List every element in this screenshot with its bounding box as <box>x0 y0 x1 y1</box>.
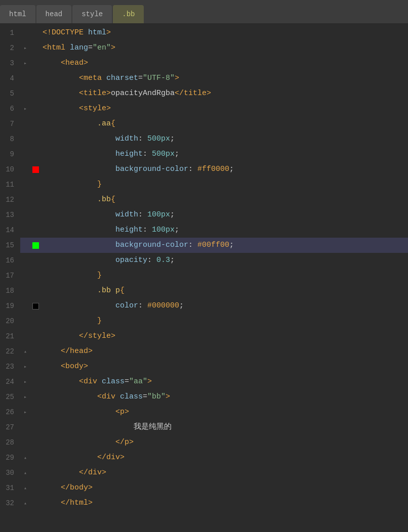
token-doctype-close: > <box>106 28 111 37</box>
fold-3[interactable]: ▸ <box>20 60 30 66</box>
fold-22[interactable]: ▴ <box>20 348 30 354</box>
token-lang-val: "en" <box>93 43 111 52</box>
line-num-12: 12 <box>4 192 14 207</box>
tab-html[interactable]: html <box>0 5 35 23</box>
fold-32[interactable]: ▴ <box>20 500 30 506</box>
code-line-10: background-color: #ff0000; <box>40 162 408 177</box>
token-div-bb-open: <div <box>97 392 120 401</box>
line-num-19: 19 <box>4 298 14 314</box>
token-p-text: 我是纯黑的 <box>134 423 172 431</box>
fold-6[interactable]: ▸ <box>20 106 30 112</box>
color-swatch-green <box>32 242 39 249</box>
token-meta: <meta <box>79 74 106 82</box>
token-height-prop: height <box>115 150 143 158</box>
token-bg-prop: background-color <box>115 165 188 173</box>
fold-2[interactable]: ▸ <box>20 45 30 51</box>
code-line-8: width: 500px; <box>40 131 408 147</box>
line-num-17: 17 <box>4 268 14 283</box>
fold-29[interactable]: ▴ <box>20 455 30 461</box>
fold-swatch-col: ▸ ▸ ▸ <box>20 25 40 511</box>
token-width-prop: width <box>115 135 138 143</box>
line-num-4: 4 <box>4 71 14 86</box>
line-num-15: 15 <box>4 238 14 253</box>
line-num-8: 8 <box>4 131 14 147</box>
line-num-3: 3 <box>4 56 14 71</box>
token-bb-bg-val: #00ff00 <box>197 241 229 249</box>
token-style-open: <style> <box>79 104 111 113</box>
code-line-6: <style> <box>40 101 408 116</box>
line-num-7: 7 <box>4 116 14 131</box>
code-line-24: <div class="aa"> <box>40 374 408 389</box>
token-bb-sel: .bb <box>97 195 111 204</box>
line-num-16: 16 <box>4 253 14 268</box>
line-num-23: 23 <box>4 359 14 374</box>
token-bb-height-prop: height <box>115 226 143 234</box>
code-line-14: height: 100px; <box>40 223 408 238</box>
token-html-kw: html <box>88 28 106 37</box>
token-p-open: <p> <box>115 408 129 416</box>
token-div-bb-class-val: "bb" <box>147 392 166 401</box>
token-body-open: <body> <box>61 362 88 371</box>
token-color-val: #000000 <box>147 301 179 310</box>
token-bb-brace-close: } <box>97 271 102 280</box>
fold-26[interactable]: ▸ <box>20 409 30 415</box>
token-opacity-prop: opacity <box>115 256 147 264</box>
token-div-bb-class-attr: class <box>120 392 143 401</box>
color-swatch-red <box>32 166 39 173</box>
line-num-31: 31 <box>4 480 14 496</box>
token-lang-attr: lang <box>70 43 88 52</box>
code-line-23: <body> <box>40 359 408 374</box>
line-num-22: 22 <box>4 344 14 359</box>
code-line-18: .bb p{ <box>40 283 408 298</box>
tab-bb[interactable]: .bb <box>113 5 144 23</box>
token-charset-attr: charset <box>106 74 138 82</box>
code-line-21: </style> <box>40 329 408 344</box>
code-line-16: opacity: 0.3; <box>40 253 408 268</box>
token-title-text: opacityAndRgba <box>111 89 175 98</box>
line-num-28: 28 <box>4 435 14 450</box>
token-bb-p-brace-close: } <box>97 317 102 325</box>
code-line-25: <div class="bb"> <box>40 389 408 405</box>
swatch-cell-19[interactable] <box>30 303 40 309</box>
swatch-cell-10[interactable] <box>30 166 40 173</box>
fold-30[interactable]: ▴ <box>20 470 30 476</box>
code-line-7: .aa{ <box>40 116 408 131</box>
line-num-14: 14 <box>4 223 14 238</box>
swatch-cell-15[interactable] <box>30 242 40 249</box>
code-line-17: } <box>40 268 408 283</box>
fold-25[interactable]: ▸ <box>20 394 30 400</box>
line-num-5: 5 <box>4 86 14 101</box>
fold-23[interactable]: ▸ <box>20 364 30 370</box>
token-html-close-tag: </html> <box>61 499 93 507</box>
tab-style[interactable]: style <box>72 5 112 23</box>
token-bb-brace-open: { <box>111 195 115 204</box>
line-num-25: 25 <box>4 389 14 405</box>
code-line-26: <p> <box>40 405 408 420</box>
token-width-val: 500px <box>147 135 170 143</box>
token-color-prop: color <box>115 301 138 310</box>
line-num-21: 21 <box>4 329 14 344</box>
code-line-29: </div> <box>40 450 408 465</box>
line-num-1: 1 <box>4 25 14 40</box>
code-line-3: <head> <box>40 56 408 71</box>
fold-24[interactable]: ▸ <box>20 379 30 385</box>
code-line-30: </div> <box>40 465 408 480</box>
line-num-27: 27 <box>4 420 14 435</box>
line-num-26: 26 <box>4 405 14 420</box>
token-opacity-val: 0.3 <box>156 256 170 264</box>
line-num-30: 30 <box>4 465 14 480</box>
code-line-20: } <box>40 314 408 329</box>
line-num-29: 29 <box>4 450 14 465</box>
fold-31[interactable]: ▴ <box>20 485 30 491</box>
token-style-close: </style> <box>79 332 115 340</box>
line-num-9: 9 <box>4 147 14 162</box>
tab-head[interactable]: head <box>36 5 72 23</box>
token-bb-p-sel: .bb p <box>97 286 120 295</box>
token-div-aa-class-attr: class <box>102 377 125 386</box>
code-line-22: </head> <box>40 344 408 359</box>
token-height-val: 500px <box>152 150 175 158</box>
line-num-2: 2 <box>4 40 14 56</box>
token-bb-p-brace-open: { <box>120 286 125 295</box>
line-num-11: 11 <box>4 177 14 192</box>
token-title-close: </title> <box>175 89 211 98</box>
